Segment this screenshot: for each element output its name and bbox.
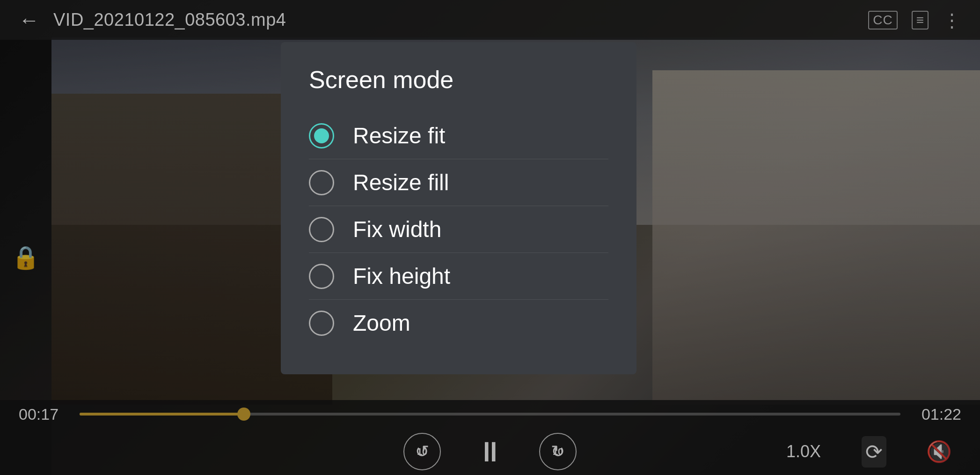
screen-mode-popup: Screen mode Resize fit Resize fill Fix w… [281,42,636,374]
radio-inner-resize-fit [314,128,329,143]
option-fix-height[interactable]: Fix height [309,253,608,299]
radio-fix-height[interactable] [309,264,334,289]
label-fix-height: Fix height [353,263,450,289]
option-resize-fit[interactable]: Resize fit [309,112,608,159]
radio-resize-fill[interactable] [309,170,334,195]
option-zoom[interactable]: Zoom [309,300,608,346]
popup-title: Screen mode [309,66,608,94]
label-fix-width: Fix width [353,216,441,242]
option-fix-width[interactable]: Fix width [309,206,608,252]
popup-overlay[interactable]: Screen mode Resize fit Resize fill Fix w… [0,0,980,475]
radio-resize-fit[interactable] [309,123,334,148]
label-resize-fit: Resize fit [353,123,445,148]
radio-fix-width[interactable] [309,217,334,242]
label-resize-fill: Resize fill [353,170,449,195]
option-resize-fill[interactable]: Resize fill [309,159,608,206]
radio-zoom[interactable] [309,311,334,336]
label-zoom: Zoom [353,310,410,336]
